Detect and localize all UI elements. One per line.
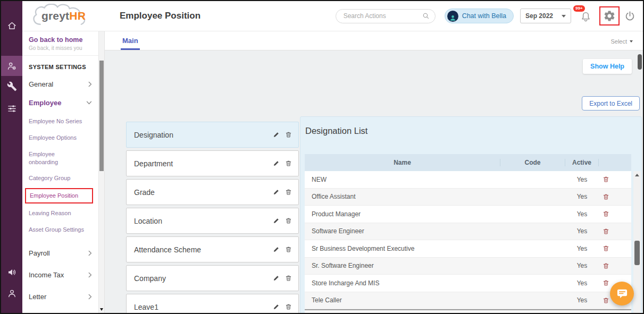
export-to-excel-button[interactable]: Export to Excel	[582, 96, 640, 111]
table-scrollbar[interactable]	[633, 171, 641, 313]
delete-trash-icon[interactable]	[285, 131, 292, 138]
show-help-button[interactable]: Show Help	[583, 59, 632, 74]
sidebar-item-leaving-reason[interactable]: Leaving Reason	[22, 205, 98, 222]
delete-trash-icon[interactable]	[603, 279, 609, 286]
table-row[interactable]: Product Manager Yes	[305, 206, 631, 223]
sidebar-group-letter[interactable]: Letter	[22, 286, 98, 308]
preferences-icon[interactable]	[1, 98, 22, 118]
sidebar-group-income-tax[interactable]: Income Tax	[22, 264, 98, 286]
delete-trash-icon[interactable]	[603, 176, 609, 183]
top-bar-actions: Chat with Bella Sep 2022 99+	[336, 6, 643, 26]
delete-trash-icon[interactable]	[603, 228, 609, 235]
table-row[interactable]: Tele Caller Yes	[305, 292, 631, 310]
delete-trash-icon[interactable]	[603, 210, 609, 217]
annotation-box-employee-position: Employee Position	[25, 188, 93, 203]
search-icon[interactable]	[422, 12, 430, 20]
row-actions	[599, 193, 631, 200]
delete-trash-icon[interactable]	[285, 246, 292, 253]
chat-with-bella-button[interactable]: Chat with Bella	[445, 9, 514, 23]
designation-name: Tele Caller	[305, 296, 500, 304]
edit-pencil-icon[interactable]	[273, 303, 280, 310]
table-row[interactable]: Office Assistant Yes	[305, 189, 631, 206]
caret-down-icon	[562, 15, 566, 18]
edit-pencil-icon[interactable]	[273, 160, 280, 167]
logo-text-orange: HR	[69, 10, 86, 22]
edit-pencil-icon[interactable]	[273, 131, 280, 138]
chevron-right-icon	[88, 294, 92, 300]
delete-trash-icon[interactable]	[285, 160, 292, 167]
table-divider	[305, 309, 631, 310]
search-actions-input[interactable]	[344, 12, 422, 20]
category-card-grade[interactable]: Grade	[126, 179, 299, 205]
delete-trash-icon[interactable]	[603, 262, 609, 269]
table-row[interactable]: Sr. Software Engineer Yes	[305, 258, 631, 275]
logout-power-icon[interactable]	[624, 11, 635, 22]
greythr-logo[interactable]: greytHR	[22, 1, 105, 31]
designation-name: Sr Business Development Executive	[305, 245, 500, 252]
notifications-bell-icon[interactable]: 99+	[580, 10, 592, 22]
sidebar-group-general[interactable]: General	[22, 75, 98, 94]
delete-trash-icon[interactable]	[285, 217, 292, 224]
home-icon[interactable]	[1, 15, 22, 36]
page-scrollbar-thumb[interactable]	[638, 54, 642, 70]
table-row[interactable]: Sr Business Development Executive Yes	[305, 240, 631, 258]
category-card-location[interactable]: Location	[126, 208, 299, 234]
category-card-company[interactable]: Company	[126, 265, 299, 291]
sidebar-group-label: Employee	[29, 99, 61, 107]
delete-trash-icon[interactable]	[285, 303, 292, 310]
profile-icon[interactable]	[1, 283, 22, 303]
category-card-leave1[interactable]: Leave1	[126, 294, 299, 313]
card-actions	[273, 303, 292, 310]
delete-trash-icon[interactable]	[603, 245, 609, 252]
edit-pencil-icon[interactable]	[273, 217, 280, 224]
scroll-down-arrow-icon[interactable]	[100, 308, 103, 311]
sidebar-item-asset-group-settings[interactable]: Asset Group Settings	[22, 222, 98, 238]
chevron-down-icon	[86, 101, 92, 105]
tab-main[interactable]: Main	[121, 37, 140, 50]
edit-pencil-icon[interactable]	[273, 189, 280, 196]
tools-icon[interactable]	[1, 76, 22, 96]
sidebar-item-employee-options[interactable]: Employee Options	[22, 130, 98, 146]
delete-trash-icon[interactable]	[285, 189, 292, 196]
delete-trash-icon[interactable]	[285, 275, 292, 282]
sidebar-group-label: General	[29, 80, 53, 88]
sidebar-item-employee-position[interactable]: Employee Position	[26, 189, 92, 202]
scroll-up-arrow-icon[interactable]	[633, 171, 641, 179]
go-back-home-link[interactable]: Go back to home Go back, it misses you	[22, 31, 98, 56]
sidebar-item-employee-no-series[interactable]: Employee No Series	[22, 113, 98, 130]
category-card-department[interactable]: Department	[126, 150, 299, 176]
designation-active: Yes	[565, 193, 599, 200]
settings-gear-icon[interactable]	[603, 10, 616, 22]
sidebar-item-employee-onboarding[interactable]: Employee onboarding	[22, 146, 71, 171]
category-label: Location	[134, 217, 273, 225]
go-back-subtitle: Go back, it misses you	[29, 45, 92, 51]
caret-down-icon	[630, 40, 633, 43]
sidebar-scrollbar[interactable]	[98, 31, 104, 313]
category-card-designation[interactable]: Designation	[126, 122, 299, 148]
delete-trash-icon[interactable]	[603, 297, 609, 304]
edit-pencil-icon[interactable]	[273, 246, 280, 253]
sidebar-scrollbar-thumb[interactable]	[99, 61, 104, 171]
table-scrollbar-thumb[interactable]	[634, 241, 640, 265]
delete-trash-icon[interactable]	[603, 193, 609, 200]
sidebar-group-label: Letter	[29, 293, 46, 301]
category-card-attendance-scheme[interactable]: Attendance Scheme	[126, 236, 299, 262]
logo-text-grey: greyt	[41, 10, 69, 22]
admin-settings-icon[interactable]	[1, 56, 22, 76]
go-back-title: Go back to home	[29, 36, 92, 44]
sidebar-group-employee[interactable]: Employee	[22, 94, 98, 112]
employee-submenu: Employee No Series Employee Options Empl…	[22, 112, 98, 242]
sidebar-item-category-group[interactable]: Category Group	[22, 170, 98, 186]
content-area: Main Select Show Help Export to Excel De…	[105, 31, 643, 313]
sidebar-group-leave[interactable]: Leave	[22, 308, 98, 313]
announcements-icon[interactable]	[1, 262, 22, 282]
table-row[interactable]: NEW Yes	[305, 171, 631, 189]
chat-launcher-button[interactable]	[610, 282, 634, 305]
edit-pencil-icon[interactable]	[273, 275, 280, 282]
sidebar-group-payroll[interactable]: Payroll	[22, 242, 98, 264]
payroll-month-dropdown[interactable]: Sep 2022	[520, 9, 571, 23]
table-row[interactable]: Software Engineer Yes	[305, 223, 631, 241]
row-actions	[599, 262, 631, 269]
table-row[interactable]: Store Incharge And MIS Yes	[305, 275, 631, 292]
select-dropdown[interactable]: Select	[610, 38, 633, 50]
